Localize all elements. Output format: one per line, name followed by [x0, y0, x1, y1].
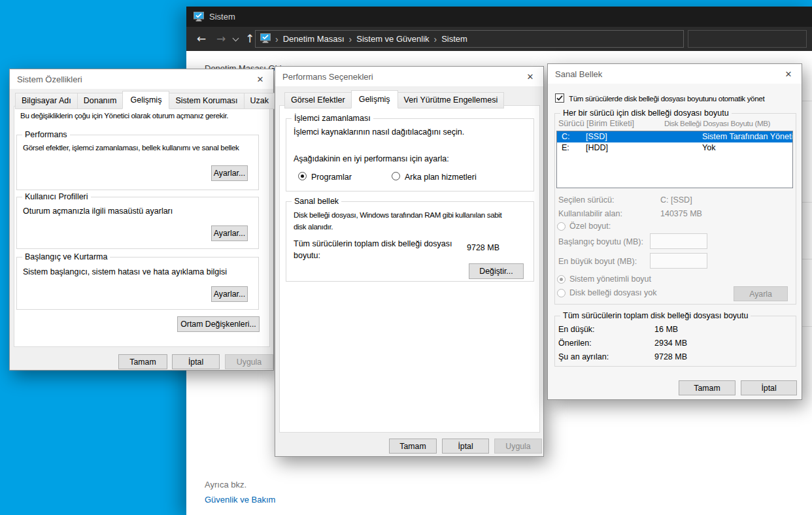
drive-list[interactable]: C: [SSD] Sistem Tarafından Yönetilen E: …: [556, 131, 793, 188]
performance-settings-button[interactable]: Ayarlar...: [211, 165, 248, 181]
initial-size-input: [650, 233, 707, 249]
admin-notice-text: Bu değişikliklerin çoğu için Yönetici ol…: [20, 111, 270, 120]
forward-button: →: [212, 31, 229, 46]
breadcrumb-control-panel[interactable]: Denetim Masası: [283, 34, 345, 44]
total-paging-label: Tüm sürücülerin toplam disk belleği dosy…: [294, 238, 452, 261]
tab-dep[interactable]: Veri Yürütme Engellemesi: [398, 92, 505, 108]
available-space-label: Kullanılabilir alan:: [558, 209, 622, 218]
max-size-input: [650, 253, 707, 269]
drive-column-header: Sürücü [Birim Etiketi]: [558, 119, 634, 128]
drive-size: Yok: [702, 143, 715, 152]
ok-button[interactable]: Tamam: [679, 380, 736, 395]
background-services-radio-label[interactable]: Arka plan hizmetleri: [405, 173, 477, 182]
close-icon[interactable]: ✕: [519, 68, 541, 85]
size-column-header: Disk Belleği Dosyası Boyutu (MB): [664, 119, 770, 127]
initial-size-label: Başlangıç boyutu (MB):: [558, 237, 643, 246]
drive-letter: C:: [562, 132, 570, 141]
programs-radio-label[interactable]: Programlar: [311, 173, 352, 182]
close-icon[interactable]: ✕: [249, 71, 271, 88]
breadcrumb-separator-icon: ›: [434, 34, 437, 44]
selected-drive-label: Seçilen sürücü:: [558, 195, 614, 205]
desktop: Sistem ← → ↑ › Denetim Masası › Sistem v…: [0, 0, 812, 515]
apply-button: Uygula: [494, 439, 542, 454]
background-services-radio[interactable]: [392, 172, 400, 180]
recommended-value: 2934 MB: [654, 339, 687, 348]
minimum-value: 16 MB: [654, 325, 678, 334]
dialog-title: Sistem Özellikleri: [17, 75, 82, 84]
tab-advanced[interactable]: Gelişmiş: [122, 91, 169, 109]
cancel-button[interactable]: İptal: [741, 380, 797, 395]
window-title: Sistem: [209, 12, 235, 22]
virtual-memory-dialog: Sanal Bellek ✕ Tüm sürücülerde disk bell…: [547, 63, 802, 400]
minimum-label: En düşük:: [558, 325, 595, 334]
breadcrumb-system-and-security[interactable]: Sistem ve Güvenlik: [356, 34, 429, 44]
available-space-value: 140375 MB: [660, 209, 702, 218]
processor-scheduling-line1: İşlemci kaynaklarının nasıl dağıtılacağı…: [294, 127, 464, 137]
recommended-label: Önerilen:: [558, 339, 592, 348]
drive-volume: [HDD]: [586, 143, 608, 152]
performance-options-dialog: Performans Seçenekleri ✕ Görsel Efektler…: [275, 66, 544, 457]
set-button: Ayarla: [734, 286, 788, 301]
change-button[interactable]: Değiştir...: [469, 263, 524, 279]
custom-size-radio-label: Özel boyut:: [569, 222, 611, 231]
tab-system-protection[interactable]: Sistem Koruması: [169, 93, 244, 109]
system-managed-radio-label: Sistem yönetimli boyut: [569, 274, 651, 284]
system-managed-radio: [557, 275, 566, 284]
system-monitor-icon: [260, 33, 271, 45]
auto-manage-checkbox-label[interactable]: Tüm sürücülerde disk belleği dosyası boy…: [569, 94, 798, 103]
group-label: Kullanıcı Profilleri: [22, 192, 91, 201]
group-label: Başlangıç ve Kurtarma: [22, 252, 110, 261]
back-button[interactable]: ←: [193, 31, 210, 46]
tab-remote[interactable]: Uzak: [244, 93, 275, 109]
tab-strip: Bilgisayar Adı Donanım Gelişmiş Sistem K…: [15, 91, 275, 109]
dialog-title-bar: Sistem Özellikleri: [10, 69, 273, 89]
no-paging-file-radio: [557, 289, 566, 297]
programs-radio[interactable]: [298, 172, 307, 180]
breadcrumb-system[interactable]: Sistem: [441, 34, 467, 44]
user-profiles-description: Oturum açmanızla ilgili masaüstü ayarlar…: [23, 207, 173, 216]
auto-manage-checkbox[interactable]: [555, 93, 564, 103]
startup-recovery-description: Sistem başlangıcı, sistem hatası ve hata…: [23, 267, 227, 276]
user-profiles-settings-button[interactable]: Ayarlar...: [211, 225, 248, 241]
breadcrumb-separator-icon: ›: [349, 34, 352, 44]
currently-allocated-label: Şu an ayrılan:: [558, 352, 609, 361]
custom-size-radio: [557, 222, 566, 231]
ok-button[interactable]: Tamam: [389, 439, 437, 454]
cancel-button[interactable]: İptal: [442, 439, 489, 454]
no-paging-file-radio-label: Disk belleği dosyası yok: [569, 288, 656, 297]
tab-visual-effects[interactable]: Görsel Efektler: [284, 92, 352, 108]
system-properties-dialog: Sistem Özellikleri ✕ Bilgisayar Adı Dona…: [9, 69, 274, 371]
dialog-title: Performans Seçenekleri: [282, 72, 373, 82]
environment-variables-button[interactable]: Ortam Değişkenleri...: [177, 316, 260, 332]
cancel-button[interactable]: İptal: [172, 354, 220, 369]
system-monitor-icon: [194, 12, 204, 24]
dialog-title-bar: Sanal Bellek: [548, 64, 802, 84]
currently-allocated-value: 9728 MB: [654, 352, 687, 361]
security-and-maintenance-link[interactable]: Güvenlik ve Bakım: [205, 495, 275, 505]
chevron-down-icon[interactable]: [233, 35, 239, 42]
search-box[interactable]: [688, 30, 807, 48]
processor-scheduling-line2: Aşağıdakinin en iyi performansı için aya…: [294, 154, 449, 163]
performance-description: Görsel efektler, işlemci zamanlaması, be…: [23, 143, 253, 152]
apply-button: Uygula: [225, 354, 273, 369]
group-label: Performans: [22, 130, 70, 139]
tab-computer-name[interactable]: Bilgisayar Adı: [15, 93, 78, 109]
breadcrumb-separator-icon: ›: [275, 34, 279, 44]
tab-hardware[interactable]: Donanım: [77, 93, 124, 109]
startup-recovery-settings-button[interactable]: Ayarlar...: [211, 286, 248, 302]
title-bar: Sistem: [186, 7, 812, 27]
drive-volume: [SSD]: [586, 132, 607, 141]
max-size-label: En büyük boyut (MB):: [558, 257, 637, 266]
tab-advanced[interactable]: Gelişmiş: [351, 90, 398, 108]
user-profiles-group: Kullanıcı Profilleri: [16, 197, 259, 249]
virtual-memory-description: Disk belleği dosyası, Windows tarafından…: [294, 209, 526, 233]
ok-button[interactable]: Tamam: [118, 354, 167, 369]
address-bar[interactable]: › Denetim Masası › Sistem ve Güvenlik › …: [255, 30, 684, 48]
drive-row-e[interactable]: E: [HDD] Yok: [557, 142, 792, 154]
dialog-title-bar: Performans Seçenekleri: [275, 67, 543, 86]
close-icon[interactable]: ✕: [777, 65, 800, 82]
drive-row-c[interactable]: C: [SSD] Sistem Tarafından Yönetilen: [557, 131, 792, 142]
group-label: İşlemci zamanlaması: [292, 114, 373, 123]
drive-letter: E:: [562, 143, 569, 152]
navigation-bar: ← → ↑ › Denetim Masası › Sistem ve Güven…: [186, 27, 812, 51]
